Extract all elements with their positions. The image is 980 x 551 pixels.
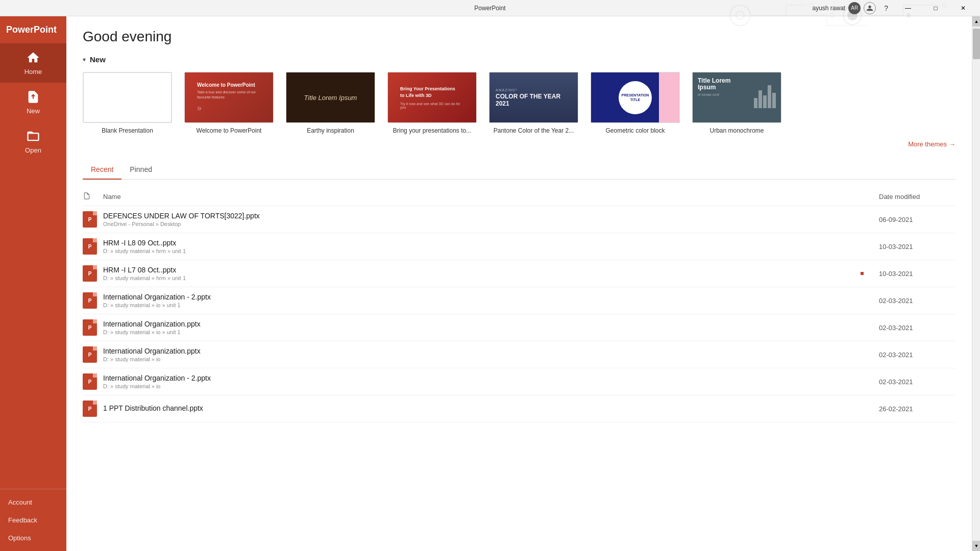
maximize-button[interactable]: □ bbox=[924, 0, 947, 16]
file-path: OneDrive - Personal » Desktop bbox=[103, 221, 879, 227]
sidebar-item-new[interactable]: New bbox=[0, 83, 66, 122]
file-date: 10-03-2021 bbox=[879, 243, 955, 251]
file-date: 10-03-2021 bbox=[879, 270, 955, 278]
scroll-thumb[interactable] bbox=[973, 29, 980, 59]
file-details: DEFENCES UNDER LAW OF TORTS[3022].pptx O… bbox=[103, 212, 879, 227]
file-date: 02-03-2021 bbox=[879, 324, 955, 332]
name-col-header: Name bbox=[103, 193, 879, 201]
template-thumb-pantone: AMAZING* COLOR OF THE YEAR 2021 bbox=[489, 72, 578, 123]
file-icon-pptx: P bbox=[83, 265, 103, 282]
file-row[interactable]: P International Organization - 2.pptx D:… bbox=[83, 287, 955, 314]
template-thumb-blank bbox=[83, 72, 172, 123]
file-icon-pptx: P bbox=[83, 400, 103, 417]
user-name: ayush rawat bbox=[813, 5, 846, 12]
file-icon-pptx: P bbox=[83, 319, 103, 336]
main-content: Good evening ▾ New Blank Presentation We… bbox=[66, 16, 972, 551]
more-themes-link[interactable]: More themes → bbox=[83, 140, 955, 148]
template-thumb-earthy: Title Lorem Ipsum bbox=[286, 72, 375, 123]
template-thumb-geometric: PRESENTATIONTITLE bbox=[591, 72, 680, 123]
sidebar-item-open-label: Open bbox=[25, 146, 41, 154]
file-name: 1 PPT Distribution channel.pptx bbox=[103, 404, 879, 412]
file-date: 02-03-2021 bbox=[879, 297, 955, 305]
tab-recent[interactable]: Recent bbox=[83, 160, 121, 180]
file-row[interactable]: P HRM -I L7 08 Oct..pptx D: » study mate… bbox=[83, 260, 955, 287]
file-icon-pptx: P bbox=[83, 373, 103, 390]
template-urban[interactable]: Title LoremIpsum id loreab omit Urban mo… bbox=[692, 72, 781, 134]
file-date: 06-09-2021 bbox=[879, 216, 955, 223]
pptx-icon: P bbox=[83, 238, 97, 255]
template-earthy[interactable]: Title Lorem Ipsum Earthy inspiration bbox=[286, 72, 375, 134]
file-path: D: » study material » io bbox=[103, 383, 879, 389]
file-name: DEFENCES UNDER LAW OF TORTS[3022].pptx bbox=[103, 212, 879, 220]
template-name-bring: Bring your presentations to... bbox=[393, 127, 471, 134]
title-bar-right: ayush rawat AR ? — □ ✕ bbox=[813, 0, 975, 16]
template-welcome[interactable]: Welcome to PowerPoint Take a tour and di… bbox=[184, 72, 274, 134]
file-icon-col bbox=[83, 192, 103, 202]
avatar[interactable]: AR bbox=[848, 2, 861, 14]
file-name: International Organization - 2.pptx bbox=[103, 293, 879, 301]
sidebar-bottom: Account Feedback Options bbox=[0, 489, 66, 551]
file-row[interactable]: P HRM -I L8 09 Oct..pptx D: » study mate… bbox=[83, 233, 955, 260]
file-name: International Organization.pptx bbox=[103, 347, 879, 355]
scroll-track bbox=[972, 27, 980, 541]
scroll-up-button[interactable]: ▲ bbox=[972, 16, 980, 27]
file-path: D: » study material » io » unit 1 bbox=[103, 329, 879, 335]
file-name: International Organization.pptx bbox=[103, 320, 879, 328]
sidebar-item-feedback[interactable]: Feedback bbox=[0, 511, 66, 529]
file-row[interactable]: P 1 PPT Distribution channel.pptx 26-02-… bbox=[83, 395, 955, 422]
scroll-down-button[interactable]: ▼ bbox=[972, 541, 980, 551]
sidebar-item-home-label: Home bbox=[24, 68, 42, 76]
file-row[interactable]: P DEFENCES UNDER LAW OF TORTS[3022].pptx… bbox=[83, 206, 955, 233]
template-thumb-urban: Title LoremIpsum id loreab omit bbox=[692, 72, 781, 123]
minimize-button[interactable]: — bbox=[896, 0, 920, 16]
sidebar-item-open[interactable]: Open bbox=[0, 122, 66, 161]
file-icon-pptx: P bbox=[83, 238, 103, 255]
pptx-icon: P bbox=[83, 373, 97, 390]
template-name-blank: Blank Presentation bbox=[102, 127, 153, 134]
file-path: D: » study material » io bbox=[103, 356, 879, 362]
switch-account-icon[interactable] bbox=[864, 2, 876, 14]
close-button[interactable]: ✕ bbox=[951, 0, 975, 16]
title-bar: PowerPoint ayush rawat AR ? — □ ✕ bbox=[0, 0, 980, 16]
template-thumb-bring: Bring Your Presentationsto Life with 3D … bbox=[387, 72, 477, 123]
help-button[interactable]: ? bbox=[880, 4, 892, 12]
file-name: International Organization - 2.pptx bbox=[103, 374, 879, 382]
pptx-icon: P bbox=[83, 400, 97, 417]
file-details: International Organization - 2.pptx D: »… bbox=[103, 293, 879, 308]
new-icon bbox=[26, 90, 40, 104]
file-details: 1 PPT Distribution channel.pptx bbox=[103, 404, 879, 413]
file-row[interactable]: P International Organization - 2.pptx D:… bbox=[83, 368, 955, 395]
template-name-geometric: Geometric color block bbox=[605, 127, 665, 134]
file-list: P DEFENCES UNDER LAW OF TORTS[3022].pptx… bbox=[83, 206, 955, 422]
scrollbar[interactable]: ▲ ▼ bbox=[972, 16, 980, 551]
template-bring[interactable]: Bring Your Presentationsto Life with 3D … bbox=[387, 72, 477, 134]
tab-pinned[interactable]: Pinned bbox=[121, 160, 160, 180]
app-title: PowerPoint bbox=[474, 5, 505, 12]
sidebar: PowerPoint Home New Open Account Feedbac… bbox=[0, 16, 66, 551]
file-row[interactable]: P International Organization.pptx D: » s… bbox=[83, 314, 955, 341]
file-icon-pptx: P bbox=[83, 292, 103, 309]
pptx-icon: P bbox=[83, 346, 97, 363]
file-list-header: Name Date modified bbox=[83, 188, 955, 206]
sidebar-item-new-label: New bbox=[27, 107, 40, 115]
pptx-icon: P bbox=[83, 319, 97, 336]
file-icon-pptx: P bbox=[83, 346, 103, 363]
file-row[interactable]: P International Organization.pptx D: » s… bbox=[83, 341, 955, 368]
date-col-header: Date modified bbox=[879, 193, 955, 201]
template-thumb-welcome: Welcome to PowerPoint Take a tour and di… bbox=[184, 72, 274, 123]
sidebar-item-home[interactable]: Home bbox=[0, 43, 66, 83]
sidebar-item-account[interactable]: Account bbox=[0, 493, 66, 511]
template-geometric[interactable]: PRESENTATIONTITLE Geometric color block bbox=[591, 72, 680, 134]
pptx-icon: P bbox=[83, 265, 97, 282]
template-pantone[interactable]: AMAZING* COLOR OF THE YEAR 2021 Pantone … bbox=[489, 72, 578, 134]
pptx-icon: P bbox=[83, 211, 97, 228]
file-icon-pptx: P bbox=[83, 211, 103, 228]
sidebar-item-options[interactable]: Options bbox=[0, 529, 66, 547]
file-col-icon bbox=[83, 192, 91, 200]
template-blank[interactable]: Blank Presentation bbox=[83, 72, 172, 134]
user-info: ayush rawat AR bbox=[813, 2, 876, 14]
file-path: D: » study material » io » unit 1 bbox=[103, 302, 879, 308]
file-date: 26-02-2021 bbox=[879, 405, 955, 413]
new-section-header[interactable]: ▾ New bbox=[83, 55, 955, 64]
template-name-urban: Urban monochrome bbox=[709, 127, 764, 134]
